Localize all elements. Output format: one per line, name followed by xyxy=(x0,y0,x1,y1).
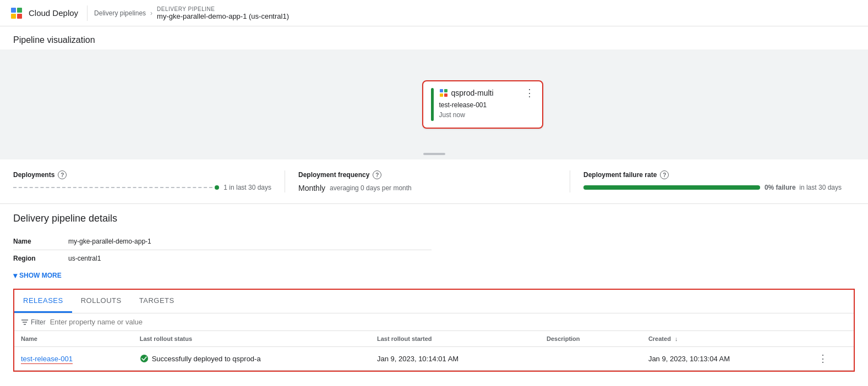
show-more-button[interactable]: ▾ SHOW MORE xyxy=(13,271,855,280)
breadcrumb-current: DELIVERY PIPELINE my-gke-parallel-demo-a… xyxy=(157,6,289,20)
show-more-chevron-icon: ▾ xyxy=(13,271,17,280)
stage-card-name: qsprod-multi xyxy=(451,89,494,97)
metric-frequency: Deployment frequency ? Monthly averaging… xyxy=(285,170,570,192)
metrics-row: Deployments ? 1 in last 30 days Deployme… xyxy=(0,159,868,204)
col-header-actions xyxy=(811,331,854,347)
row-menu-icon[interactable]: ⋮ xyxy=(818,353,828,364)
release-created-value: Jan 9, 2023, 10:13:04 AM xyxy=(648,355,730,363)
release-name-link[interactable]: test-release-001 xyxy=(21,355,73,364)
sort-icon: ↓ xyxy=(675,335,678,342)
col-header-started: Last rollout started xyxy=(370,331,540,347)
table-row: test-release-001 Successfully deployed t… xyxy=(14,347,854,371)
stage-card-bar xyxy=(431,88,434,121)
stage-card-content: qsprod-multi ⋮ test-release-001 Just now xyxy=(439,88,534,121)
show-more-label: SHOW MORE xyxy=(19,272,62,279)
breadcrumb: Delivery pipelines › DELIVERY PIPELINE m… xyxy=(94,6,289,20)
failure-rate-bar xyxy=(583,185,760,190)
metric-failure-rate-value: 0% failure in last 30 days xyxy=(765,184,842,191)
deployments-bar xyxy=(13,185,219,190)
detail-value-name: my-gke-parallel-demo-app-1 xyxy=(68,238,151,245)
metric-deployments-value: 1 in last 30 days xyxy=(223,184,271,191)
filter-row: Filter xyxy=(14,313,854,331)
svg-rect-3 xyxy=(11,14,16,19)
failure-rate-help-icon[interactable]: ? xyxy=(660,170,669,179)
detail-row-region: Region us-central1 xyxy=(13,250,432,267)
pipeline-viz-header: Pipeline visualization xyxy=(0,26,868,49)
breadcrumb-link[interactable]: Delivery pipelines xyxy=(94,9,146,17)
tab-targets[interactable]: TARGETS xyxy=(130,290,183,313)
detail-table: Name my-gke-parallel-demo-app-1 Region u… xyxy=(13,233,432,267)
stage-card-gke-icon xyxy=(439,89,448,97)
release-actions-cell: ⋮ xyxy=(811,347,854,371)
filter-input[interactable] xyxy=(50,318,847,326)
metric-deployments: Deployments ? 1 in last 30 days xyxy=(13,170,285,192)
tab-releases[interactable]: RELEASES xyxy=(14,290,72,313)
svg-rect-7 xyxy=(440,93,443,97)
release-name-cell: test-release-001 xyxy=(14,347,133,371)
release-desc-cell xyxy=(540,347,642,371)
stage-card-time: Just now xyxy=(439,111,534,119)
breadcrumb-section-label: DELIVERY PIPELINE xyxy=(157,6,289,12)
pipeline-viz-area: qsprod-multi ⋮ test-release-001 Just now xyxy=(0,49,868,159)
col-header-name: Name xyxy=(14,331,133,347)
frequency-help-icon[interactable]: ? xyxy=(373,170,381,179)
detail-label-region: Region xyxy=(13,255,68,262)
detail-label-name: Name xyxy=(13,238,68,245)
detail-row-name: Name my-gke-parallel-demo-app-1 xyxy=(13,233,432,250)
metric-frequency-value-row: Monthly averaging 0 days per month xyxy=(298,184,556,192)
filter-label: Filter xyxy=(31,318,46,326)
detail-value-region: us-central1 xyxy=(68,255,101,262)
breadcrumb-pipeline-name: my-gke-parallel-demo-app-1 (us-central1) xyxy=(157,12,289,20)
stage-card[interactable]: qsprod-multi ⋮ test-release-001 Just now xyxy=(422,80,543,129)
scroll-indicator xyxy=(423,153,445,155)
top-nav: Cloud Deploy Delivery pipelines › DELIVE… xyxy=(0,0,868,26)
svg-rect-2 xyxy=(17,8,22,13)
metric-frequency-title: Deployment frequency ? xyxy=(298,170,556,179)
deployments-dot xyxy=(215,185,219,190)
svg-rect-8 xyxy=(444,93,447,97)
filter-svg-icon xyxy=(21,318,29,326)
release-started-cell: Jan 9, 2023, 10:14:01 AM xyxy=(370,347,540,371)
stage-card-title-row: qsprod-multi ⋮ xyxy=(439,88,534,98)
cloud-deploy-logo-icon xyxy=(9,5,24,21)
pipeline-canvas: qsprod-multi ⋮ test-release-001 Just now xyxy=(0,49,868,159)
release-created-cell: Jan 9, 2023, 10:13:04 AM xyxy=(642,347,811,371)
releases-table: Name Last rollout status Last rollout st… xyxy=(14,331,854,371)
col-header-created: Created ↓ xyxy=(642,331,811,347)
pipeline-details: Delivery pipeline details Name my-gke-pa… xyxy=(0,204,868,289)
release-status-cell: Successfully deployed to qsprod-a xyxy=(133,347,370,371)
tab-rollouts[interactable]: ROLLOUTS xyxy=(72,290,130,313)
filter-icon: Filter xyxy=(21,318,46,326)
svg-point-12 xyxy=(140,355,148,362)
svg-rect-4 xyxy=(17,14,22,19)
stage-card-menu-icon[interactable]: ⋮ xyxy=(525,88,534,98)
metric-failure-rate: Deployment failure rate ? 0% failure in … xyxy=(570,170,855,192)
deployments-dashes xyxy=(13,187,212,188)
release-status: Successfully deployed to qsprod-a xyxy=(140,354,364,363)
svg-rect-0 xyxy=(9,5,24,21)
release-started-value: Jan 9, 2023, 10:14:01 AM xyxy=(377,355,458,363)
tabs-header: RELEASES ROLLOUTS TARGETS xyxy=(14,290,854,313)
stage-card-title-left: qsprod-multi xyxy=(439,89,494,97)
release-status-text: Successfully deployed to qsprod-a xyxy=(152,355,261,363)
metric-frequency-sub: averaging 0 days per month xyxy=(330,184,412,192)
col-header-status: Last rollout status xyxy=(133,331,370,347)
breadcrumb-separator: › xyxy=(150,9,152,17)
pipeline-details-title: Delivery pipeline details xyxy=(13,213,855,224)
svg-rect-1 xyxy=(11,8,16,13)
pipeline-viz-title: Pipeline visualization xyxy=(13,35,95,45)
stage-card-release: test-release-001 xyxy=(439,101,534,109)
svg-rect-6 xyxy=(444,89,447,92)
col-header-description: Description xyxy=(540,331,642,347)
metric-deployments-title: Deployments ? xyxy=(13,170,271,179)
deployments-help-icon[interactable]: ? xyxy=(58,170,67,179)
metric-deployments-value-row: 1 in last 30 days xyxy=(13,184,271,191)
tabs-container: RELEASES ROLLOUTS TARGETS Filter Name La… xyxy=(13,289,855,372)
app-logo: Cloud Deploy xyxy=(9,5,88,21)
svg-rect-5 xyxy=(440,89,443,92)
metric-failure-rate-value-row: 0% failure in last 30 days xyxy=(583,184,842,191)
metric-frequency-main: Monthly xyxy=(298,184,325,192)
app-title: Cloud Deploy xyxy=(29,8,78,18)
metric-failure-rate-title: Deployment failure rate ? xyxy=(583,170,842,179)
success-check-icon xyxy=(140,354,149,363)
